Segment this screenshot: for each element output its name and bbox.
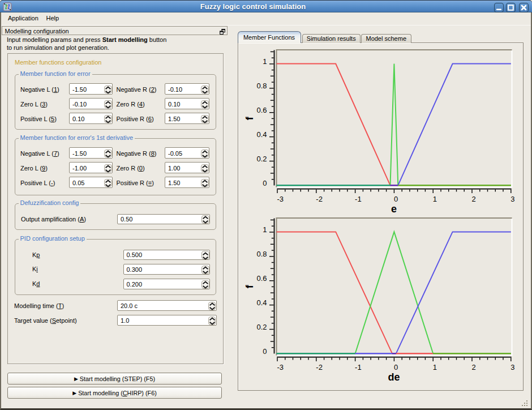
svg-text:0: 0 (394, 195, 398, 203)
svg-text:0.4: 0.4 (256, 298, 267, 307)
svg-text:1: 1 (433, 363, 437, 371)
svg-text:0.6: 0.6 (256, 274, 267, 283)
svg-text:e: e (391, 203, 397, 215)
svg-text:-3: -3 (277, 363, 284, 371)
svg-text:1: 1 (263, 225, 267, 234)
svg-text:-3: -3 (277, 195, 284, 203)
svg-text:0.6: 0.6 (256, 106, 267, 114)
svg-text:de: de (388, 371, 400, 383)
svg-text:0.2: 0.2 (256, 155, 267, 163)
svg-text:-1: -1 (355, 363, 362, 371)
svg-text:0: 0 (394, 363, 398, 371)
svg-text:-2: -2 (316, 195, 323, 203)
svg-text:f: f (244, 116, 256, 120)
svg-text:0: 0 (263, 179, 267, 187)
svg-text:0.4: 0.4 (256, 130, 267, 139)
svg-text:2: 2 (472, 195, 476, 203)
svg-text:0.8: 0.8 (256, 82, 267, 90)
svg-text:3: 3 (510, 195, 514, 203)
svg-text:0.8: 0.8 (256, 250, 267, 258)
svg-text:3: 3 (510, 363, 514, 371)
svg-text:f: f (244, 284, 256, 288)
svg-text:-1: -1 (355, 195, 362, 203)
svg-text:1: 1 (263, 57, 267, 66)
svg-text:-2: -2 (316, 363, 323, 371)
svg-text:2: 2 (472, 363, 476, 371)
svg-text:0.2: 0.2 (256, 323, 267, 331)
svg-text:0: 0 (263, 347, 267, 356)
svg-text:1: 1 (433, 195, 437, 203)
